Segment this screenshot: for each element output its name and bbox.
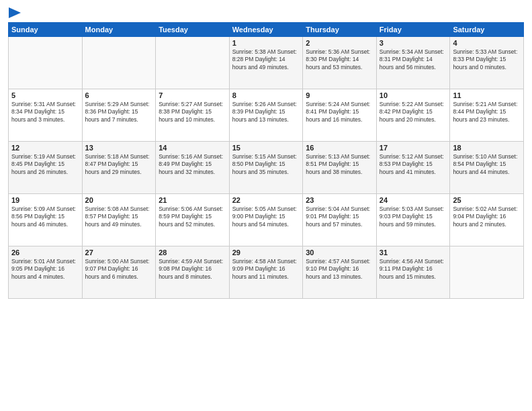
calendar-cell: 27Sunrise: 5:00 AM Sunset: 9:07 PM Dayli…: [82, 246, 156, 299]
day-number: 2: [306, 39, 373, 47]
day-info: Sunrise: 4:56 AM Sunset: 9:11 PM Dayligh…: [380, 258, 447, 281]
calendar-cell: 13Sunrise: 5:18 AM Sunset: 8:47 PM Dayli…: [82, 142, 156, 194]
day-info: Sunrise: 5:21 AM Sunset: 8:44 PM Dayligh…: [453, 101, 521, 124]
calendar-cell: 12Sunrise: 5:19 AM Sunset: 8:45 PM Dayli…: [9, 142, 83, 194]
day-info: Sunrise: 5:00 AM Sunset: 9:07 PM Dayligh…: [85, 258, 153, 281]
week-row-4: 19Sunrise: 5:09 AM Sunset: 8:56 PM Dayli…: [9, 194, 524, 246]
header-monday: Monday: [82, 23, 156, 37]
day-number: 16: [306, 144, 373, 152]
day-info: Sunrise: 5:08 AM Sunset: 8:57 PM Dayligh…: [85, 205, 153, 228]
calendar-cell: 25Sunrise: 5:02 AM Sunset: 9:04 PM Dayli…: [450, 194, 524, 246]
day-info: Sunrise: 5:18 AM Sunset: 8:47 PM Dayligh…: [85, 153, 153, 176]
day-info: Sunrise: 5:05 AM Sunset: 9:00 PM Dayligh…: [232, 205, 300, 228]
calendar-table: SundayMondayTuesdayWednesdayThursdayFrid…: [8, 22, 524, 299]
day-number: 1: [232, 39, 300, 47]
day-info: Sunrise: 5:04 AM Sunset: 9:01 PM Dayligh…: [306, 205, 373, 228]
day-info: Sunrise: 5:31 AM Sunset: 8:34 PM Dayligh…: [11, 101, 79, 124]
calendar-cell: 5Sunrise: 5:31 AM Sunset: 8:34 PM Daylig…: [9, 89, 83, 142]
header-sunday: Sunday: [9, 23, 83, 37]
day-info: Sunrise: 5:13 AM Sunset: 8:51 PM Dayligh…: [306, 153, 373, 176]
calendar-cell: 9Sunrise: 5:24 AM Sunset: 8:41 PM Daylig…: [303, 89, 377, 142]
day-info: Sunrise: 5:24 AM Sunset: 8:41 PM Dayligh…: [306, 101, 373, 124]
day-number: 5: [11, 91, 79, 99]
logo-arrow-icon: [9, 7, 21, 18]
week-row-2: 5Sunrise: 5:31 AM Sunset: 8:34 PM Daylig…: [9, 89, 524, 142]
day-number: 23: [306, 196, 373, 204]
calendar-cell: 22Sunrise: 5:05 AM Sunset: 9:00 PM Dayli…: [229, 194, 303, 246]
calendar-cell: 21Sunrise: 5:06 AM Sunset: 8:59 PM Dayli…: [156, 194, 230, 246]
day-number: 28: [159, 248, 226, 257]
day-number: 26: [11, 248, 79, 257]
day-number: 24: [380, 196, 447, 204]
calendar-cell: 28Sunrise: 4:59 AM Sunset: 9:08 PM Dayli…: [156, 246, 230, 299]
day-info: Sunrise: 5:34 AM Sunset: 8:31 PM Dayligh…: [380, 48, 447, 71]
day-info: Sunrise: 5:02 AM Sunset: 9:04 PM Dayligh…: [453, 205, 521, 228]
day-info: Sunrise: 5:06 AM Sunset: 8:59 PM Dayligh…: [159, 205, 226, 228]
day-number: 7: [159, 91, 226, 99]
day-number: 4: [453, 39, 521, 47]
day-number: 29: [232, 248, 300, 257]
day-number: 21: [159, 196, 226, 204]
day-info: Sunrise: 5:27 AM Sunset: 8:38 PM Dayligh…: [159, 101, 226, 124]
calendar-cell: 29Sunrise: 4:58 AM Sunset: 9:09 PM Dayli…: [229, 246, 303, 299]
day-number: 14: [159, 144, 226, 152]
calendar-header-row: SundayMondayTuesdayWednesdayThursdayFrid…: [9, 23, 524, 37]
calendar-cell: 30Sunrise: 4:57 AM Sunset: 9:10 PM Dayli…: [303, 246, 377, 299]
calendar-cell: [82, 37, 156, 89]
day-number: 6: [85, 91, 153, 99]
day-number: 17: [380, 144, 447, 152]
header-tuesday: Tuesday: [156, 23, 230, 37]
day-number: 18: [453, 144, 521, 152]
day-info: Sunrise: 5:26 AM Sunset: 8:39 PM Dayligh…: [232, 101, 300, 124]
day-number: 11: [453, 91, 521, 99]
calendar-cell: [450, 246, 524, 299]
week-row-3: 12Sunrise: 5:19 AM Sunset: 8:45 PM Dayli…: [9, 142, 524, 194]
header-saturday: Saturday: [450, 23, 524, 37]
day-number: 9: [306, 91, 373, 99]
calendar-cell: 24Sunrise: 5:03 AM Sunset: 9:03 PM Dayli…: [376, 194, 450, 246]
calendar-cell: 18Sunrise: 5:10 AM Sunset: 8:54 PM Dayli…: [450, 142, 524, 194]
day-number: 25: [453, 196, 521, 204]
day-info: Sunrise: 5:15 AM Sunset: 8:50 PM Dayligh…: [232, 153, 300, 176]
calendar-cell: [156, 37, 230, 89]
calendar-cell: 17Sunrise: 5:12 AM Sunset: 8:53 PM Dayli…: [376, 142, 450, 194]
day-info: Sunrise: 5:10 AM Sunset: 8:54 PM Dayligh…: [453, 153, 521, 176]
calendar-cell: 2Sunrise: 5:36 AM Sunset: 8:30 PM Daylig…: [303, 37, 377, 89]
calendar-cell: 6Sunrise: 5:29 AM Sunset: 8:36 PM Daylig…: [82, 89, 156, 142]
day-info: Sunrise: 4:58 AM Sunset: 9:09 PM Dayligh…: [232, 258, 300, 281]
calendar-cell: 23Sunrise: 5:04 AM Sunset: 9:01 PM Dayli…: [303, 194, 377, 246]
header-friday: Friday: [376, 23, 450, 37]
day-info: Sunrise: 4:59 AM Sunset: 9:08 PM Dayligh…: [159, 258, 226, 281]
day-info: Sunrise: 5:12 AM Sunset: 8:53 PM Dayligh…: [380, 153, 447, 176]
day-number: 8: [232, 91, 300, 99]
day-info: Sunrise: 4:57 AM Sunset: 9:10 PM Dayligh…: [306, 258, 373, 281]
day-number: 30: [306, 248, 373, 257]
day-info: Sunrise: 5:22 AM Sunset: 8:42 PM Dayligh…: [380, 101, 447, 124]
day-info: Sunrise: 5:01 AM Sunset: 9:05 PM Dayligh…: [11, 258, 79, 281]
header-wednesday: Wednesday: [229, 23, 303, 37]
week-row-5: 26Sunrise: 5:01 AM Sunset: 9:05 PM Dayli…: [9, 246, 524, 299]
day-info: Sunrise: 5:29 AM Sunset: 8:36 PM Dayligh…: [85, 101, 153, 124]
day-info: Sunrise: 5:33 AM Sunset: 8:33 PM Dayligh…: [453, 48, 521, 71]
header: [8, 7, 524, 18]
day-number: 31: [380, 248, 447, 257]
calendar-cell: 11Sunrise: 5:21 AM Sunset: 8:44 PM Dayli…: [450, 89, 524, 142]
day-info: Sunrise: 5:19 AM Sunset: 8:45 PM Dayligh…: [11, 153, 79, 176]
calendar-cell: 14Sunrise: 5:16 AM Sunset: 8:49 PM Dayli…: [156, 142, 230, 194]
day-number: 22: [232, 196, 300, 204]
calendar-cell: 7Sunrise: 5:27 AM Sunset: 8:38 PM Daylig…: [156, 89, 230, 142]
day-info: Sunrise: 5:03 AM Sunset: 9:03 PM Dayligh…: [380, 205, 447, 228]
calendar-cell: 20Sunrise: 5:08 AM Sunset: 8:57 PM Dayli…: [82, 194, 156, 246]
day-number: 27: [85, 248, 153, 257]
header-thursday: Thursday: [303, 23, 377, 37]
day-info: Sunrise: 5:38 AM Sunset: 8:28 PM Dayligh…: [232, 48, 300, 71]
day-number: 12: [11, 144, 79, 152]
calendar-cell: 19Sunrise: 5:09 AM Sunset: 8:56 PM Dayli…: [9, 194, 83, 246]
calendar-cell: [9, 37, 83, 89]
calendar-cell: 3Sunrise: 5:34 AM Sunset: 8:31 PM Daylig…: [376, 37, 450, 89]
calendar-cell: 16Sunrise: 5:13 AM Sunset: 8:51 PM Dayli…: [303, 142, 377, 194]
day-number: 3: [380, 39, 447, 47]
day-number: 20: [85, 196, 153, 204]
day-number: 13: [85, 144, 153, 152]
day-info: Sunrise: 5:36 AM Sunset: 8:30 PM Dayligh…: [306, 48, 373, 71]
